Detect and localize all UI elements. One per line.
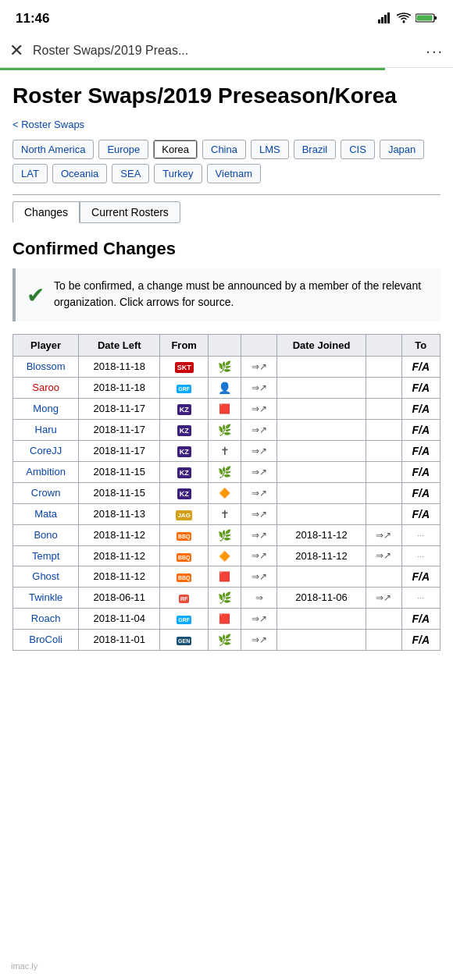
cell-from-logo: KZ (160, 440, 209, 461)
cell-from-icon: 🔶 (209, 482, 241, 503)
cell-from-logo: KZ (160, 398, 209, 419)
more-button[interactable]: ··· (426, 42, 444, 60)
cell-date-left: 2018-11-18 (79, 377, 160, 398)
cell-date-left: 2018-11-13 (79, 503, 160, 524)
notice-text: To be confirmed, a change must be announ… (54, 278, 430, 311)
table-row: Ambition 2018-11-15 KZ 🌿 ⇒↗ F/A (13, 461, 441, 482)
cell-date-left: 2018-11-15 (79, 482, 160, 503)
cell-player[interactable]: Mata (13, 503, 79, 524)
cell-date-joined (277, 608, 366, 629)
cell-date-joined (277, 377, 366, 398)
col-date-joined: Date Joined (277, 334, 366, 356)
cell-date-left: 2018-11-15 (79, 461, 160, 482)
table-row: Blossom 2018-11-18 SKT 🌿 ⇒↗ F/A (13, 356, 441, 377)
notice-box: ✔ To be confirmed, a change must be anno… (12, 268, 441, 321)
table-row: Roach 2018-11-04 GRF 🟥 ⇒↗ F/A (13, 608, 441, 629)
cell-player[interactable]: Haru (13, 419, 79, 440)
tab-turkey[interactable]: Turkey (154, 164, 202, 183)
cell-to-logo: F/A (401, 629, 440, 650)
cell-from-logo: GRF (160, 377, 209, 398)
wifi-icon (397, 12, 411, 26)
cell-arrow: ⇒↗ (241, 377, 277, 398)
tab-oceania[interactable]: Oceania (52, 164, 107, 183)
tab-korea[interactable]: Korea (153, 140, 198, 159)
cell-from-icon: 🌿 (209, 629, 241, 650)
cell-player[interactable]: Crown (13, 482, 79, 503)
table-row: Ghost 2018-11-12 BBQ 🟥 ⇒↗ F/A (13, 566, 441, 587)
cell-arrow: ⇒↗ (241, 440, 277, 461)
cell-player[interactable]: Ambition (13, 461, 79, 482)
cell-to-logo: F/A (401, 440, 440, 461)
col-to: To (401, 334, 440, 356)
cell-from-icon: 🟥 (209, 608, 241, 629)
cell-arrow: ⇒↗ (241, 419, 277, 440)
roster-table: Player Date Left From Date Joined To Blo… (12, 334, 441, 651)
cell-player[interactable]: Roach (13, 608, 79, 629)
svg-rect-6 (434, 16, 437, 20)
cell-player[interactable]: Saroo (13, 377, 79, 398)
cell-player[interactable]: Bono (13, 524, 79, 545)
svg-rect-1 (381, 17, 383, 23)
cell-from-icon: 🌿 (209, 461, 241, 482)
svg-point-4 (403, 20, 405, 23)
table-row: Mong 2018-11-17 KZ 🟥 ⇒↗ F/A (13, 398, 441, 419)
table-row: Tempt 2018-11-12 BBQ 🔶 ⇒↗ 2018-11-12⇒↗··… (13, 545, 441, 566)
cell-date-joined (277, 503, 366, 524)
cell-player[interactable]: Blossom (13, 356, 79, 377)
status-bar: 11:46 (0, 0, 453, 34)
cell-date-joined (277, 482, 366, 503)
cell-to-logo: F/A (401, 356, 440, 377)
cell-player[interactable]: Twinkle (13, 587, 79, 608)
cell-from-icon: 🟥 (209, 398, 241, 419)
col-icon (209, 334, 241, 356)
cell-player[interactable]: Ghost (13, 566, 79, 587)
cell-player[interactable]: BroColi (13, 629, 79, 650)
cell-to-logo: F/A (401, 398, 440, 419)
tab-japan[interactable]: Japan (380, 140, 424, 159)
cell-from-logo: BBQ (160, 566, 209, 587)
tab-lat[interactable]: LAT (12, 164, 48, 183)
tab-vietnam[interactable]: Vietnam (207, 164, 261, 183)
cell-from-icon: 🟥 (209, 566, 241, 587)
cell-from-icon: 🌿 (209, 419, 241, 440)
cell-player[interactable]: CoreJJ (13, 440, 79, 461)
subtab-current-rosters[interactable]: Current Rosters (80, 201, 180, 223)
cell-from-icon: 🔶 (209, 545, 241, 566)
cell-to-logo: F/A (401, 482, 440, 503)
cell-date-left: 2018-11-01 (79, 629, 160, 650)
tab-brazil[interactable]: Brazil (294, 140, 337, 159)
table-row: Saroo 2018-11-18 GRF 👤 ⇒↗ F/A (13, 377, 441, 398)
table-row: Mata 2018-11-13 JAG ✝ ⇒↗ F/A (13, 503, 441, 524)
cell-arrow: ⇒↗ (241, 608, 277, 629)
cell-arrow: ⇒↗ (241, 545, 277, 566)
cell-date-left: 2018-11-17 (79, 398, 160, 419)
close-button[interactable]: ✕ (9, 41, 23, 61)
tab-china[interactable]: China (202, 140, 246, 159)
cell-from-logo: GRF (160, 608, 209, 629)
cell-player[interactable]: Tempt (13, 545, 79, 566)
cell-arrow: ⇒ (241, 587, 277, 608)
tab-lms[interactable]: LMS (251, 140, 289, 159)
cell-arrow: ⇒↗ (241, 482, 277, 503)
cell-arrow: ⇒↗ (241, 629, 277, 650)
cell-player[interactable]: Mong (13, 398, 79, 419)
subtab-changes[interactable]: Changes (12, 201, 80, 223)
checkmark-icon: ✔ (27, 279, 45, 312)
region-tabs: North America Europe Korea China LMS Bra… (12, 140, 441, 183)
page-content: Roster Swaps/2019 Preseason/Korea < Rost… (0, 70, 453, 651)
svg-rect-3 (387, 12, 390, 23)
sub-tabs: Changes Current Rosters (12, 201, 441, 223)
cell-date-left: 2018-11-17 (79, 419, 160, 440)
col-player: Player (13, 334, 79, 356)
tab-cis[interactable]: CIS (341, 140, 375, 159)
cell-date-joined: 2018-11-12 (277, 545, 366, 566)
divider (12, 194, 441, 195)
cell-to-logo: F/A (401, 461, 440, 482)
tab-europe[interactable]: Europe (98, 140, 148, 159)
col-date-left: Date Left (79, 334, 160, 356)
svg-rect-2 (384, 15, 387, 23)
tab-sea[interactable]: SEA (112, 164, 149, 183)
tab-north-america[interactable]: North America (12, 140, 94, 159)
breadcrumb[interactable]: < Roster Swaps (12, 119, 441, 130)
cell-date-left: 2018-11-12 (79, 566, 160, 587)
